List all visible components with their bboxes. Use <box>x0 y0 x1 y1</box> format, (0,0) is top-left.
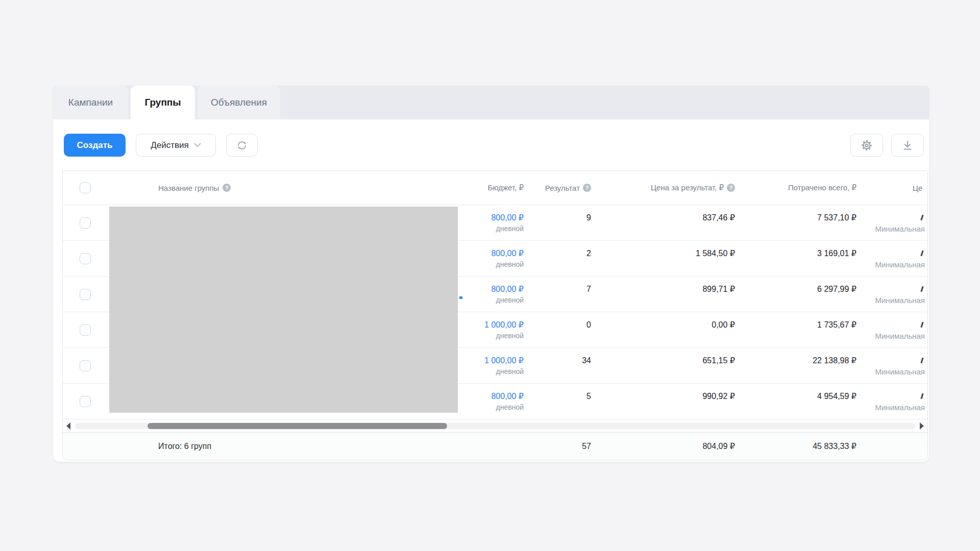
cost-per-result-value: 837,46 ₽ <box>702 212 735 223</box>
table-header: Название группы ? Бюджет, ₽ Результат ? … <box>63 171 927 205</box>
row-checkbox[interactable] <box>80 360 91 371</box>
redacted-group-names-overlay <box>109 207 458 413</box>
column-header-clipped: Це <box>913 184 922 192</box>
column-header-name: Название группы <box>158 184 219 192</box>
row-checkbox[interactable] <box>80 253 91 264</box>
actions-label: Действия <box>151 140 188 151</box>
tab-ads[interactable]: Объявления <box>198 86 280 119</box>
budget-period: дневной <box>496 367 524 376</box>
strategy-label: Минимальная <box>875 296 925 305</box>
spent-total-value: 22 138,98 ₽ <box>813 355 856 366</box>
strategy-label: Минимальная <box>875 403 925 412</box>
cost-per-result-value: 651,15 ₽ <box>702 355 735 366</box>
row-checkbox[interactable] <box>80 324 91 336</box>
refresh-button[interactable] <box>226 134 258 157</box>
spent-total-value: 4 954,59 ₽ <box>817 391 856 402</box>
toolbar: Создать Действия <box>53 119 929 170</box>
help-icon[interactable]: ? <box>583 184 591 192</box>
cost-per-result-value: 990,92 ₽ <box>702 391 735 402</box>
strategy-label: Минимальная <box>875 332 925 340</box>
strategy-label: Минимальная <box>875 367 925 376</box>
result-value: 5 <box>586 391 591 402</box>
cost-per-result-value: 899,71 ₽ <box>702 284 735 294</box>
result-value: 9 <box>586 212 591 223</box>
budget-link[interactable]: 800,00 ₽ <box>491 391 524 402</box>
scrollbar-thumb[interactable] <box>148 423 447 429</box>
clipped-link-fragment <box>459 296 462 299</box>
clipped-value-fragment <box>920 393 923 399</box>
refresh-icon <box>236 139 248 152</box>
clipped-value-fragment <box>920 358 923 363</box>
tab-campaigns[interactable]: Кампании <box>53 86 128 119</box>
help-icon[interactable]: ? <box>727 184 735 192</box>
row-checkbox[interactable] <box>80 396 91 407</box>
row-checkbox[interactable] <box>80 217 91 229</box>
help-icon[interactable]: ? <box>223 184 231 192</box>
groups-table: Название группы ? Бюджет, ₽ Результат ? … <box>62 170 928 460</box>
scroll-right-arrow[interactable] <box>920 422 924 430</box>
totals-cost-per-result: 804,09 ₽ <box>702 441 735 451</box>
spent-total-value: 7 537,10 ₽ <box>817 212 856 223</box>
column-header-spent-total: Потрачено всего, ₽ <box>788 183 856 192</box>
select-all-checkbox[interactable] <box>80 182 91 193</box>
totals-label: Итого: 6 групп <box>158 442 211 451</box>
totals-spent: 45 833,33 ₽ <box>813 441 856 451</box>
scroll-left-arrow[interactable] <box>66 422 70 430</box>
column-header-cost-per-result: Цена за результат, ₽ <box>651 183 724 192</box>
budget-link[interactable]: 800,00 ₽ <box>491 284 524 294</box>
result-value: 2 <box>586 248 591 259</box>
tab-bar: Кампании Группы Объявления <box>53 86 929 119</box>
result-value: 7 <box>586 284 591 294</box>
spent-total-value: 6 297,99 ₽ <box>817 284 856 294</box>
download-icon <box>901 139 914 152</box>
gear-icon <box>860 139 873 152</box>
create-button[interactable]: Создать <box>64 134 126 157</box>
tab-groups[interactable]: Группы <box>131 86 195 119</box>
cost-per-result-value: 1 584,50 ₽ <box>696 248 735 259</box>
budget-period: дневной <box>496 332 524 340</box>
cost-per-result-value: 0,00 ₽ <box>712 319 735 330</box>
toolbar-right <box>842 134 924 157</box>
spent-total-value: 3 169,01 ₽ <box>817 248 856 259</box>
totals-result: 57 <box>582 442 591 451</box>
spent-total-value: 1 735,67 ₽ <box>817 319 856 330</box>
strategy-label: Минимальная <box>875 260 925 269</box>
strategy-label: Минимальная <box>875 224 925 233</box>
budget-link[interactable]: 1 000,00 ₽ <box>484 355 524 366</box>
clipped-value-fragment <box>920 322 923 328</box>
budget-link[interactable]: 1 000,00 ₽ <box>484 319 524 330</box>
result-value: 34 <box>582 355 591 366</box>
main-panel: Кампании Группы Объявления Создать Дейст… <box>53 86 929 462</box>
budget-link[interactable]: 800,00 ₽ <box>491 212 524 223</box>
chevron-down-icon <box>194 143 201 147</box>
row-checkbox[interactable] <box>80 289 91 300</box>
settings-button[interactable] <box>850 134 883 157</box>
result-value: 0 <box>586 319 591 330</box>
actions-dropdown-button[interactable]: Действия <box>136 134 216 157</box>
download-button[interactable] <box>891 134 924 157</box>
horizontal-scrollbar[interactable] <box>63 419 927 432</box>
clipped-value-fragment <box>920 286 923 292</box>
totals-row: Итого: 6 групп 57 804,09 ₽ 45 833,33 ₽ <box>63 432 927 460</box>
column-header-budget: Бюджет, ₽ <box>488 183 524 192</box>
budget-period: дневной <box>496 403 524 412</box>
clipped-value-fragment <box>920 215 923 220</box>
budget-period: дневной <box>496 260 524 269</box>
budget-period: дневной <box>496 296 524 305</box>
budget-period: дневной <box>496 224 524 233</box>
clipped-value-fragment <box>920 251 923 256</box>
budget-link[interactable]: 800,00 ₽ <box>491 248 524 259</box>
column-header-result: Результат <box>545 184 580 192</box>
